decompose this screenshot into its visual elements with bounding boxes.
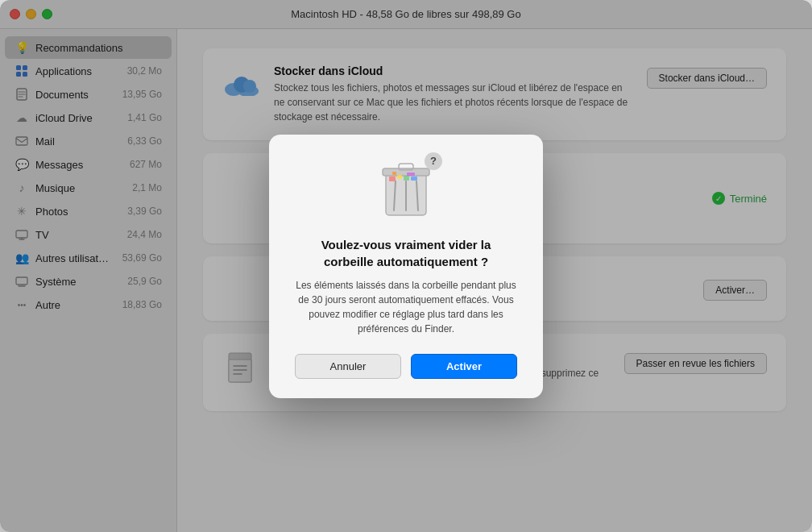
svg-rect-21 xyxy=(397,175,402,179)
cancel-button[interactable]: Annuler xyxy=(295,354,401,379)
svg-rect-22 xyxy=(404,176,409,181)
svg-rect-20 xyxy=(389,177,396,181)
dialog: ? Voulez-vous vraiment vider la corbeill… xyxy=(269,135,543,398)
dialog-message: Les éléments laissés dans la corbeille p… xyxy=(295,278,517,336)
svg-rect-23 xyxy=(411,177,417,181)
dialog-title: Voulez-vous vraiment vider la corbeille … xyxy=(295,236,517,270)
dialog-buttons: Annuler Activer xyxy=(295,354,517,379)
dialog-overlay: ? Voulez-vous vraiment vider la corbeill… xyxy=(0,0,812,532)
svg-rect-24 xyxy=(392,172,396,175)
question-mark-badge: ? xyxy=(425,152,442,170)
svg-rect-25 xyxy=(407,172,415,176)
window: Macintosh HD - 48,58 Go de libres sur 49… xyxy=(0,0,812,532)
activate-button[interactable]: Activer xyxy=(411,354,517,379)
dialog-icon-area: ? xyxy=(378,157,434,225)
